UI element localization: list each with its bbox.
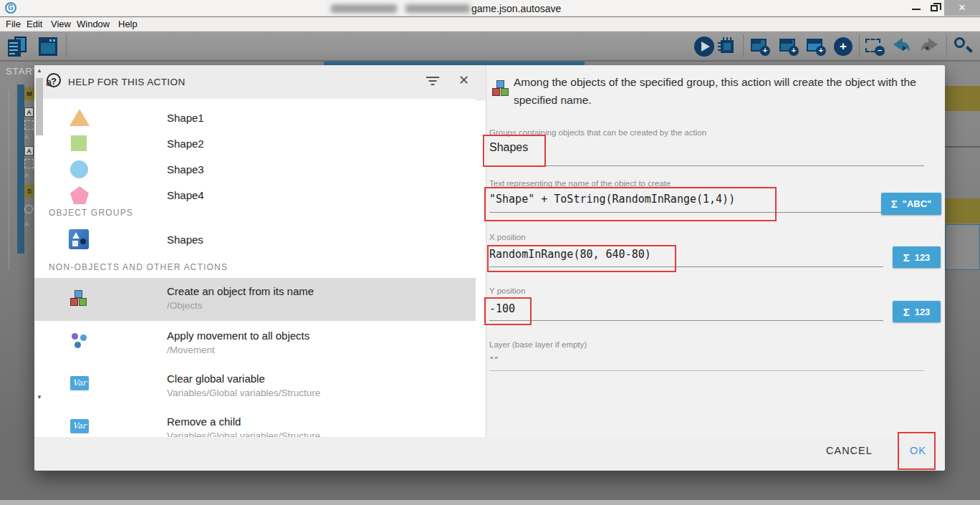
event-chip: M xyxy=(24,87,34,100)
field-underline xyxy=(489,320,883,321)
group-shapes-icon xyxy=(69,229,89,249)
field-underline xyxy=(489,370,924,371)
instruction-list: Shape1 Shape2 Shape3 Shape4 OBJECT GROUP… xyxy=(34,99,476,437)
search-icon[interactable] xyxy=(953,36,974,57)
event-chip xyxy=(24,120,34,130)
event-chip: A xyxy=(24,107,34,117)
create-object-icon xyxy=(69,289,88,308)
apply-movement-icon xyxy=(70,332,89,350)
menu-window[interactable]: Window xyxy=(77,19,110,29)
filter-icon[interactable] xyxy=(426,77,440,87)
field-label-layer: Layer (base layer if empty) xyxy=(489,340,587,349)
list-item-object[interactable]: Shape4 xyxy=(167,189,204,201)
annotation-box-y-position xyxy=(484,297,532,325)
list-item-action-title[interactable]: Remove a child xyxy=(167,415,241,428)
scene-window-icon[interactable] xyxy=(37,36,59,57)
field-value-layer[interactable]: "" xyxy=(489,355,499,365)
scrollbar-thumb[interactable] xyxy=(36,78,43,135)
redacted-title-text xyxy=(405,4,470,13)
list-item-action-subtitle: /Movement xyxy=(167,345,215,355)
create-object-icon xyxy=(491,80,510,98)
list-item-object[interactable]: Shape2 xyxy=(167,138,204,150)
event-chip xyxy=(24,205,33,213)
add-event-icon[interactable]: + xyxy=(749,36,771,57)
action-editor-dialog: ✕ Shape1 Shape2 Shape3 Shape4 OBJECT GRO… xyxy=(34,65,945,471)
add-other-event-icon[interactable]: + xyxy=(832,36,854,57)
expression-builder-string-button[interactable]: Σ "ABC" xyxy=(881,193,941,215)
undo-icon[interactable] xyxy=(891,36,913,57)
menu-file[interactable]: File xyxy=(6,19,21,29)
field-underline xyxy=(489,165,924,166)
list-item-action-title[interactable]: Clear global variable xyxy=(167,372,265,385)
annotation-box-ok xyxy=(898,432,936,470)
event-selection-fragment xyxy=(945,224,980,270)
add-comment-icon[interactable]: + xyxy=(805,36,827,57)
play-icon[interactable] xyxy=(693,36,715,57)
sigma-icon: Σ xyxy=(903,251,910,264)
shape2-square-icon xyxy=(71,135,87,151)
section-header-object-groups: OBJECT GROUPS xyxy=(49,208,133,218)
cancel-button[interactable]: CANCEL xyxy=(826,445,873,456)
action-description: Among the objects of the specified group… xyxy=(514,73,946,109)
toolbar-separator xyxy=(859,34,860,57)
event-chip: A xyxy=(24,172,29,179)
toolbar: + + + + – xyxy=(0,32,980,62)
toolbar-separator xyxy=(946,34,947,57)
expression-builder-number-button[interactable]: Σ 123 xyxy=(893,246,941,268)
event-chip: A xyxy=(24,221,29,228)
list-item-object[interactable]: Shape3 xyxy=(167,163,204,175)
debugger-icon[interactable] xyxy=(716,36,738,57)
field-label-x-position: X position xyxy=(489,233,526,241)
list-item-action-subtitle: Variables/Global variables/Structure xyxy=(167,388,320,398)
shape4-pentagon-icon xyxy=(70,186,89,204)
toolbar-separator xyxy=(743,34,744,57)
statusbar-strip xyxy=(0,500,980,505)
list-item-action-subtitle: /Objects xyxy=(167,300,203,311)
redacted-title-text xyxy=(331,4,397,13)
close-window-button[interactable]: ✕ xyxy=(944,0,980,16)
list-item-group[interactable]: Shapes xyxy=(167,234,203,246)
variable-icon: Var xyxy=(70,419,89,433)
add-subevent-icon[interactable]: + xyxy=(778,36,799,57)
selected-row-highlight xyxy=(34,278,476,321)
help-link[interactable]: HELP FOR THIS ACTION xyxy=(68,77,186,87)
event-chip xyxy=(24,159,34,168)
sigma-icon: Σ xyxy=(891,198,898,210)
expression-builder-number-button[interactable]: Σ 123 xyxy=(893,301,941,322)
scroll-up-icon[interactable]: ▲ xyxy=(34,67,44,74)
minimize-icon xyxy=(912,9,921,10)
help-icon[interactable]: ? xyxy=(47,73,61,87)
gdevelop-logo-icon: G xyxy=(5,2,16,14)
restore-button[interactable] xyxy=(926,0,944,16)
menu-edit[interactable]: Edit xyxy=(27,19,42,29)
menu-view[interactable]: View xyxy=(51,19,71,29)
event-divider-fragment xyxy=(945,146,980,148)
list-item-action-title[interactable]: Apply movement to all objects xyxy=(167,330,309,342)
dialog-footer xyxy=(34,437,945,471)
variable-icon: Var xyxy=(70,376,89,390)
event-chip: A xyxy=(24,146,34,155)
section-header-non-objects: NON-OBJECTS AND OTHER ACTIONS xyxy=(49,262,228,272)
annotation-box-object-name xyxy=(484,187,777,221)
event-header-fragment xyxy=(945,198,980,223)
annotation-box-x-position xyxy=(487,245,676,272)
delete-event-icon[interactable]: – xyxy=(864,36,885,57)
restore-icon xyxy=(931,5,938,11)
event-header-fragment xyxy=(945,86,980,111)
list-item-action-subtitle: Variables/Global variables/Structure xyxy=(167,431,320,437)
event-block-bar xyxy=(17,85,24,254)
list-item-action-title[interactable]: Create an object from its name xyxy=(167,285,314,297)
menu-help[interactable]: Help xyxy=(118,19,138,29)
annotation-box-group xyxy=(483,135,546,167)
event-chip: S xyxy=(24,185,34,198)
scroll-down-icon[interactable]: ▼ xyxy=(34,394,44,400)
minimize-button[interactable] xyxy=(907,0,926,16)
redo-icon[interactable] xyxy=(918,36,940,57)
close-search-icon[interactable]: ✕ xyxy=(458,72,469,88)
project-manager-icon[interactable] xyxy=(7,36,29,57)
titlebar: G game.json.autosave ✕ xyxy=(0,0,980,16)
list-item-object[interactable]: Shape1 xyxy=(167,112,204,124)
event-chip: A xyxy=(24,133,29,140)
menubar: File Edit View Window Help xyxy=(0,17,980,32)
sigma-icon: Σ xyxy=(903,306,910,318)
